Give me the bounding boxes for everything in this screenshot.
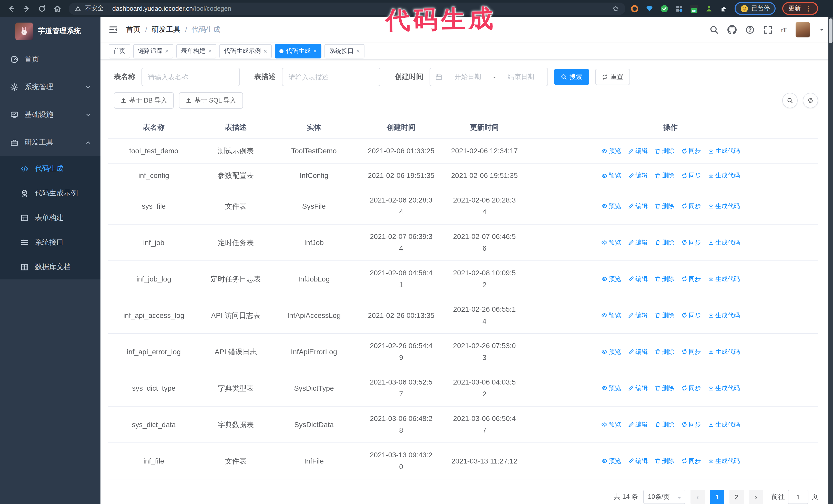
tab-home[interactable]: 首页 — [109, 44, 130, 58]
delete-link[interactable]: 删除 — [654, 200, 674, 212]
delete-link[interactable]: 删除 — [654, 382, 674, 394]
generate-code-link[interactable]: 生成代码 — [708, 309, 740, 321]
close-icon[interactable]: × — [263, 48, 267, 54]
preview-link[interactable]: 预览 — [601, 309, 621, 321]
generate-code-link[interactable]: 生成代码 — [708, 382, 740, 394]
extension-gem-icon[interactable] — [645, 4, 653, 13]
edit-link[interactable]: 编辑 — [628, 455, 648, 467]
generate-code-link[interactable]: 生成代码 — [708, 455, 740, 467]
delete-link[interactable]: 删除 — [654, 309, 674, 321]
extension-check-icon[interactable] — [660, 4, 668, 13]
next-page-button[interactable]: › — [749, 490, 763, 504]
avatar[interactable] — [795, 22, 810, 38]
search-button[interactable]: 搜索 — [554, 69, 589, 85]
edit-link[interactable]: 编辑 — [628, 237, 648, 248]
generate-code-link[interactable]: 生成代码 — [708, 200, 740, 212]
avatar-caret-down-icon[interactable] — [819, 27, 825, 33]
sidebar-item-db-doc[interactable]: 数据库文档 — [0, 255, 100, 280]
extension-person-icon[interactable] — [705, 4, 713, 13]
edit-link[interactable]: 编辑 — [628, 273, 648, 285]
browser-forward-icon[interactable] — [23, 4, 31, 13]
prev-page-button[interactable]: ‹ — [690, 490, 705, 504]
edit-link[interactable]: 编辑 — [628, 346, 648, 358]
sync-link[interactable]: 同步 — [681, 309, 701, 321]
edit-link[interactable]: 编辑 — [628, 170, 648, 182]
fullscreen-icon[interactable] — [763, 25, 772, 34]
sidebar-item-codegen-example[interactable]: 代码生成示例 — [0, 181, 100, 206]
sync-link[interactable]: 同步 — [681, 273, 701, 285]
browser-menu-dots-icon[interactable] — [805, 5, 812, 12]
page-number-2[interactable]: 2 — [730, 490, 744, 504]
tab-tracing[interactable]: 链路追踪× — [133, 44, 173, 58]
generate-code-link[interactable]: 生成代码 — [708, 418, 740, 430]
date-range-picker[interactable]: 开始日期 - 结束日期 — [430, 68, 548, 86]
goto-page-input[interactable] — [788, 490, 808, 504]
sync-link[interactable]: 同步 — [681, 346, 701, 358]
delete-link[interactable]: 删除 — [654, 273, 674, 285]
scrollbar-thumb[interactable] — [829, 19, 832, 43]
search-icon[interactable] — [709, 25, 718, 34]
sidebar-item-form-builder[interactable]: 表单构建 — [0, 206, 100, 230]
vertical-scrollbar[interactable] — [828, 17, 833, 504]
edit-link[interactable]: 编辑 — [628, 309, 648, 321]
edit-link[interactable]: 编辑 — [628, 200, 648, 212]
edit-link[interactable]: 编辑 — [628, 418, 648, 430]
generate-code-link[interactable]: 生成代码 — [708, 346, 740, 358]
refresh-table-button[interactable] — [803, 93, 818, 108]
profile-paused-badge[interactable]: 已暂停 — [735, 2, 776, 15]
sidebar-collapse-icon[interactable] — [109, 25, 118, 34]
generate-code-link[interactable]: 生成代码 — [708, 145, 740, 157]
generate-code-link[interactable]: 生成代码 — [708, 170, 740, 182]
table-name-input[interactable] — [142, 68, 240, 86]
sync-link[interactable]: 同步 — [681, 200, 701, 212]
edit-link[interactable]: 编辑 — [628, 145, 648, 157]
sync-link[interactable]: 同步 — [681, 237, 701, 248]
preview-link[interactable]: 预览 — [601, 170, 621, 182]
delete-link[interactable]: 删除 — [654, 237, 674, 248]
bookmark-star-icon[interactable] — [612, 5, 619, 12]
close-icon[interactable]: × — [165, 48, 169, 54]
page-size-select[interactable]: 10条/页 — [643, 490, 685, 504]
import-db-button[interactable]: 基于 DB 导入 — [114, 92, 174, 109]
tab-codegen[interactable]: 代码生成× — [275, 44, 322, 58]
browser-reload-icon[interactable] — [38, 4, 46, 13]
browser-home-icon[interactable] — [53, 4, 62, 13]
generate-code-link[interactable]: 生成代码 — [708, 237, 740, 248]
sidebar-item-home[interactable]: 首页 — [0, 46, 100, 73]
import-sql-button[interactable]: 基于 SQL 导入 — [179, 92, 243, 109]
sync-link[interactable]: 同步 — [681, 145, 701, 157]
sidebar-item-codegen[interactable]: 代码生成 — [0, 157, 100, 181]
tab-codegen-example[interactable]: 代码生成示例× — [219, 44, 272, 58]
sidebar-logo[interactable]: 芋道管理系统 — [0, 17, 100, 46]
preview-link[interactable]: 预览 — [601, 200, 621, 212]
preview-link[interactable]: 预览 — [601, 418, 621, 430]
preview-link[interactable]: 预览 — [601, 382, 621, 394]
font-size-icon[interactable]: tT — [781, 26, 787, 33]
sync-link[interactable]: 同步 — [681, 382, 701, 394]
tab-system-api[interactable]: 系统接口× — [325, 44, 364, 58]
page-number-1[interactable]: 1 — [710, 490, 724, 504]
reset-button[interactable]: 重置 — [595, 69, 630, 85]
tab-form-builder[interactable]: 表单构建× — [176, 44, 216, 58]
help-icon[interactable] — [745, 25, 754, 34]
sync-link[interactable]: 同步 — [681, 418, 701, 430]
breadcrumb-home[interactable]: 首页 — [126, 25, 140, 34]
sidebar-item-system-api[interactable]: 系统接口 — [0, 230, 100, 255]
github-icon[interactable] — [727, 25, 736, 34]
sync-link[interactable]: 同步 — [681, 455, 701, 467]
browser-update-button[interactable]: 更新 — [782, 2, 818, 15]
breadcrumb-devtools[interactable]: 研发工具 — [152, 25, 181, 34]
extensions-puzzle-icon[interactable] — [720, 4, 728, 13]
delete-link[interactable]: 删除 — [654, 455, 674, 467]
sidebar-item-system[interactable]: 系统管理 — [0, 73, 100, 101]
close-icon[interactable]: × — [208, 48, 212, 54]
sync-link[interactable]: 同步 — [681, 170, 701, 182]
preview-link[interactable]: 预览 — [601, 273, 621, 285]
sidebar-item-infra[interactable]: 基础设施 — [0, 101, 100, 129]
extension-on-icon[interactable]: on — [690, 4, 698, 13]
delete-link[interactable]: 删除 — [654, 346, 674, 358]
edit-link[interactable]: 编辑 — [628, 382, 648, 394]
extension-grid-icon[interactable] — [675, 4, 683, 13]
close-icon[interactable]: × — [356, 48, 360, 54]
delete-link[interactable]: 删除 — [654, 418, 674, 430]
